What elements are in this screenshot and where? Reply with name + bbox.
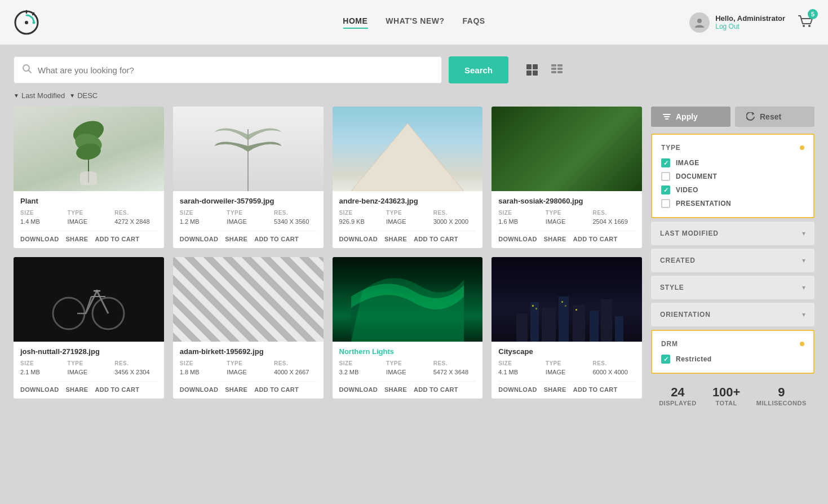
share-button[interactable]: SHARE bbox=[225, 386, 247, 393]
image-card: sarah-dorweiler-357959.jpg SIZE TYPE RES… bbox=[173, 107, 324, 248]
orientation-chevron-icon: ▾ bbox=[802, 311, 805, 319]
add-to-cart-button[interactable]: ADD TO CART bbox=[414, 386, 458, 393]
svg-rect-39 bbox=[532, 305, 534, 307]
cart-badge: 5 bbox=[808, 9, 818, 19]
size-label: SIZE bbox=[180, 360, 223, 366]
card-body: andre-benz-243623.jpg SIZE TYPE RES. 926… bbox=[333, 191, 483, 248]
size-value: 4.1 MB bbox=[498, 369, 541, 375]
svg-rect-38 bbox=[615, 316, 623, 342]
drm-restricted-item[interactable]: Restricted bbox=[661, 355, 804, 364]
type-video-checkbox[interactable] bbox=[661, 185, 670, 194]
add-to-cart-button[interactable]: ADD TO CART bbox=[254, 386, 299, 393]
card-title: sarah-dorweiler-357959.jpg bbox=[180, 197, 317, 205]
type-value: IMAGE bbox=[546, 369, 588, 375]
grid-view-button[interactable] bbox=[522, 60, 542, 80]
sort-order-arrow-icon: ▼ bbox=[69, 92, 75, 99]
svg-rect-24 bbox=[80, 171, 97, 185]
last-modified-label: LAST MODIFIED bbox=[660, 229, 719, 237]
download-button[interactable]: DOWNLOAD bbox=[20, 386, 59, 393]
card-body: Plant SIZE TYPE RES. 1.4 MB IMAGE 4272 X… bbox=[14, 191, 164, 248]
res-label: RES. bbox=[114, 360, 157, 366]
sort-bar: ▼ Last Modified ▼ DESC bbox=[0, 89, 828, 107]
share-button[interactable]: SHARE bbox=[544, 386, 566, 393]
style-filter[interactable]: STYLE ▾ bbox=[651, 276, 814, 299]
nav-home[interactable]: HOME bbox=[343, 16, 367, 29]
orientation-filter[interactable]: ORIENTATION ▾ bbox=[651, 303, 814, 326]
download-button[interactable]: DOWNLOAD bbox=[180, 386, 218, 393]
stat-total: 100+ TOTAL bbox=[712, 385, 741, 406]
res-value: 5472 X 3648 bbox=[433, 369, 476, 375]
logout-link[interactable]: Log Out bbox=[715, 23, 785, 30]
size-value: 1.8 MB bbox=[180, 369, 223, 375]
type-presentation-item[interactable]: PRESENTATION bbox=[661, 199, 804, 208]
add-to-cart-button[interactable]: ADD TO CART bbox=[573, 236, 618, 242]
type-document-checkbox[interactable] bbox=[661, 172, 670, 181]
type-value: IMAGE bbox=[68, 369, 110, 375]
svg-rect-42 bbox=[565, 305, 566, 307]
card-meta: SIZE TYPE RES. 1.2 MB IMAGE 5340 X 3560 bbox=[180, 210, 317, 225]
card-body: sarah-sosiak-298060.jpg SIZE TYPE RES. 1… bbox=[492, 191, 642, 248]
reset-button[interactable]: Reset bbox=[735, 107, 814, 127]
svg-rect-37 bbox=[601, 299, 612, 342]
download-button[interactable]: DOWNLOAD bbox=[339, 386, 378, 393]
type-section-header: TYPE bbox=[661, 144, 804, 152]
res-value: 3000 X 2000 bbox=[433, 218, 476, 225]
add-to-cart-button[interactable]: ADD TO CART bbox=[414, 236, 458, 242]
logo[interactable] bbox=[14, 10, 39, 36]
card-actions: DOWNLOAD SHARE ADD TO CART bbox=[180, 381, 317, 393]
add-to-cart-button[interactable]: ADD TO CART bbox=[95, 386, 139, 393]
image-card: sarah-sosiak-298060.jpg SIZE TYPE RES. 1… bbox=[492, 107, 642, 248]
add-to-cart-button[interactable]: ADD TO CART bbox=[95, 236, 139, 242]
share-button[interactable]: SHARE bbox=[384, 236, 407, 242]
type-video-item[interactable]: VIDEO bbox=[661, 185, 804, 194]
download-button[interactable]: DOWNLOAD bbox=[498, 236, 537, 242]
created-label: CREATED bbox=[660, 257, 696, 264]
type-presentation-checkbox[interactable] bbox=[661, 199, 670, 208]
last-modified-filter[interactable]: LAST MODIFIED ▾ bbox=[651, 222, 814, 245]
list-view-button[interactable] bbox=[547, 60, 567, 80]
type-video-label: VIDEO bbox=[676, 186, 698, 194]
search-button[interactable]: Search bbox=[449, 56, 508, 83]
nav-faqs[interactable]: FAQS bbox=[463, 16, 485, 29]
type-image-item[interactable]: IMAGE bbox=[661, 158, 804, 167]
svg-rect-35 bbox=[573, 305, 585, 342]
size-label: SIZE bbox=[498, 360, 541, 366]
sort-field[interactable]: ▼ Last Modified bbox=[14, 91, 65, 100]
add-to-cart-button[interactable]: ADD TO CART bbox=[254, 236, 299, 242]
user-info: Hello, Administrator Log Out bbox=[689, 12, 785, 33]
image-thumbnail bbox=[492, 107, 642, 191]
apply-button[interactable]: Apply bbox=[651, 107, 730, 127]
download-button[interactable]: DOWNLOAD bbox=[20, 236, 59, 242]
drm-filter-section: DRM Restricted bbox=[651, 330, 814, 374]
drm-restricted-checkbox[interactable] bbox=[661, 355, 670, 364]
download-button[interactable]: DOWNLOAD bbox=[498, 386, 537, 393]
cart-button[interactable]: 5 bbox=[796, 12, 814, 33]
download-button[interactable]: DOWNLOAD bbox=[180, 236, 218, 242]
res-label: RES. bbox=[433, 360, 476, 366]
search-input[interactable] bbox=[38, 65, 433, 75]
orientation-label: ORIENTATION bbox=[660, 311, 711, 319]
share-button[interactable]: SHARE bbox=[544, 236, 566, 242]
type-label: TYPE bbox=[227, 210, 269, 216]
res-value: 2504 X 1669 bbox=[592, 218, 635, 225]
type-active-indicator bbox=[800, 145, 804, 150]
share-button[interactable]: SHARE bbox=[65, 236, 88, 242]
search-box[interactable] bbox=[14, 56, 442, 83]
download-button[interactable]: DOWNLOAD bbox=[339, 236, 378, 242]
svg-rect-43 bbox=[575, 309, 577, 311]
share-button[interactable]: SHARE bbox=[384, 386, 407, 393]
image-card: josh-nuttall-271928.jpg SIZE TYPE RES. 2… bbox=[14, 257, 164, 399]
add-to-cart-button[interactable]: ADD TO CART bbox=[573, 386, 618, 393]
nav-whats-new[interactable]: WHAT'S NEW? bbox=[386, 16, 444, 29]
share-button[interactable]: SHARE bbox=[225, 236, 247, 242]
card-title: Northern Lights bbox=[339, 347, 476, 356]
share-button[interactable]: SHARE bbox=[65, 386, 88, 393]
type-document-item[interactable]: DOCUMENT bbox=[661, 172, 804, 181]
image-card: andre-benz-243623.jpg SIZE TYPE RES. 926… bbox=[333, 107, 483, 248]
svg-rect-13 bbox=[533, 70, 538, 76]
type-image-checkbox[interactable] bbox=[661, 158, 670, 167]
type-label: TYPE bbox=[227, 360, 269, 366]
created-filter[interactable]: CREATED ▾ bbox=[651, 249, 814, 272]
sort-order[interactable]: ▼ DESC bbox=[69, 91, 98, 100]
created-chevron-icon: ▾ bbox=[802, 257, 805, 264]
